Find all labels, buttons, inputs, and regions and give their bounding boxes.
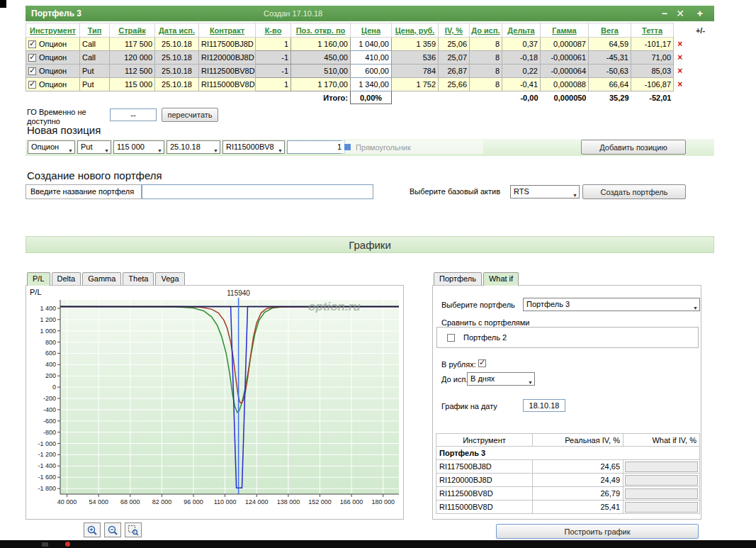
add-position-button[interactable]: Добавить позицию: [581, 140, 686, 155]
open-price-field[interactable]: 1 160,00: [291, 38, 351, 51]
taskbar-red-icon: [65, 542, 70, 547]
position-enabled-checkbox[interactable]: [28, 81, 36, 89]
position-enabled-checkbox[interactable]: [28, 40, 36, 48]
svg-text:152 000: 152 000: [308, 498, 332, 505]
column-sort-link[interactable]: Цена: [361, 26, 380, 35]
whatif-iv-cell: [624, 501, 700, 514]
column-header: Гамма: [541, 23, 589, 38]
whatif-iv-input[interactable]: [625, 462, 698, 472]
svg-text:-400: -400: [43, 406, 56, 413]
total-vega: 35,29: [589, 91, 631, 104]
tab-theta[interactable]: Theta: [123, 272, 154, 285]
minimize-icon[interactable]: −: [662, 6, 667, 21]
tab-what-if[interactable]: What if: [483, 272, 519, 286]
column-sort-link[interactable]: Страйк: [118, 26, 145, 35]
whatif-row: RI117500BJ8D24,65: [436, 460, 700, 474]
column-sort-link[interactable]: Инструмент: [30, 26, 76, 35]
svg-text:-1 200: -1 200: [38, 451, 56, 458]
compare-portfolio-item: Портфель 2: [437, 328, 698, 347]
rubles-checkbox[interactable]: [478, 359, 486, 367]
delete-position-button[interactable]: ×: [677, 79, 682, 89]
column-header: Вега: [589, 23, 631, 38]
days-mode-select[interactable]: В днях▼: [467, 372, 535, 386]
rectangle-tool-icon: [344, 144, 351, 150]
days-to-expiry-label: До исп.:: [441, 375, 470, 384]
whatif-iv-input[interactable]: [625, 475, 698, 486]
new-position-date-select[interactable]: 25.10.18▼: [167, 140, 220, 154]
new-position-instrument-select[interactable]: Опцион▼: [28, 140, 75, 154]
price-rub-cell: 536: [392, 51, 439, 65]
zoom-in-button[interactable]: [84, 522, 101, 537]
tab-портфель[interactable]: Портфель: [434, 272, 482, 285]
whatif-contract-cell: RI120000BJ8D: [436, 474, 533, 487]
contract-cell: RI112500BV8D: [199, 65, 256, 78]
column-sort-link[interactable]: До исп.: [471, 26, 500, 35]
open-price-field[interactable]: 510,00: [291, 65, 351, 78]
quantity-field[interactable]: -1: [256, 65, 291, 78]
tab-delta[interactable]: Delta: [52, 272, 81, 285]
open-price-field[interactable]: 450,00: [291, 51, 351, 65]
column-sort-link[interactable]: Гамма: [552, 26, 576, 35]
create-portfolio-button[interactable]: Создать портфель: [582, 184, 686, 199]
whatif-column-header: Реальная IV, %: [533, 434, 624, 447]
total-delta: -0,00: [502, 91, 541, 104]
column-sort-link[interactable]: Дельта: [507, 26, 534, 35]
delete-position-button[interactable]: ×: [677, 39, 682, 49]
price-field[interactable]: 1 340,00: [351, 78, 392, 91]
column-sort-link[interactable]: К-во: [265, 26, 282, 35]
new-position-contract-select[interactable]: RI115000BV8▼: [222, 140, 285, 154]
whatif-real-iv-cell: 25,41: [533, 501, 624, 514]
quantity-field[interactable]: 1: [256, 78, 291, 91]
positions-table: ИнструментТипСтрайкДата исп.КонтрактК-во…: [26, 23, 715, 104]
open-price-field[interactable]: 1 170,00: [291, 78, 351, 91]
svg-text:-1 800: -1 800: [38, 485, 56, 492]
position-enabled-checkbox[interactable]: [28, 67, 36, 75]
column-sort-link[interactable]: Поз. откр. по: [296, 26, 346, 35]
column-sort-link[interactable]: IV, %: [445, 26, 463, 35]
price-field[interactable]: 410,00: [351, 51, 392, 65]
margin-value-field[interactable]: --: [110, 108, 157, 121]
tab-gamma[interactable]: Gamma: [82, 272, 121, 285]
svg-text:180 000: 180 000: [371, 498, 395, 505]
build-chart-button[interactable]: Построить график: [496, 524, 699, 539]
portfolio-select[interactable]: Портфель 3▼: [523, 298, 700, 311]
y-tick-labels: 1 4001 2001 0008006004002000-200-400-600…: [38, 305, 60, 492]
new-position-type-select[interactable]: Put▼: [77, 140, 111, 154]
column-sort-link[interactable]: Контракт: [210, 26, 244, 35]
zoom-out-button[interactable]: [104, 522, 121, 537]
column-sort-link[interactable]: Дата исп.: [159, 26, 195, 35]
column-sort-link[interactable]: Вега: [601, 26, 619, 35]
position-enabled-checkbox[interactable]: [28, 54, 36, 62]
whatif-iv-input[interactable]: [625, 488, 698, 499]
close-icon[interactable]: ✕: [676, 6, 684, 21]
delete-position-button[interactable]: ×: [677, 52, 682, 62]
zoom-selection-button[interactable]: [125, 522, 142, 537]
tab-p-l[interactable]: P/L: [27, 272, 50, 286]
tab-vega[interactable]: Vega: [155, 272, 184, 285]
compare-portfolio-checkbox[interactable]: [447, 334, 455, 342]
svg-text:-800: -800: [43, 429, 56, 436]
column-sort-link[interactable]: Цена, руб.: [395, 26, 435, 35]
new-position-quantity-input[interactable]: 1: [287, 140, 345, 154]
expiry-date-cell: 25.10.18: [155, 65, 199, 78]
column-sort-link[interactable]: Тетта: [642, 26, 662, 35]
whatif-iv-cell: [624, 487, 700, 501]
quantity-field[interactable]: 1: [256, 38, 291, 51]
column-sort-link[interactable]: Тип: [88, 26, 102, 35]
add-icon[interactable]: +: [697, 6, 703, 21]
plus-minus-header[interactable]: +/-: [687, 23, 715, 38]
price-field[interactable]: 600,00: [351, 65, 392, 78]
portfolio-name-input[interactable]: [142, 184, 373, 199]
recalculate-button[interactable]: пересчитать: [162, 108, 218, 122]
whatif-column-header: What if IV, %: [624, 434, 700, 447]
delete-position-button[interactable]: ×: [677, 66, 682, 76]
new-position-strike-select[interactable]: 115 000▼: [113, 140, 164, 154]
days-cell: 8: [470, 51, 502, 65]
quantity-field[interactable]: -1: [256, 51, 291, 65]
gamma-cell: -0,000064: [541, 65, 589, 78]
svg-text:124 000: 124 000: [245, 498, 269, 505]
base-asset-select[interactable]: RTS▼: [510, 185, 580, 198]
chart-date-input[interactable]: 18.10.18: [523, 399, 565, 412]
price-field[interactable]: 1 040,00: [351, 38, 392, 51]
whatif-iv-input[interactable]: [625, 502, 698, 513]
